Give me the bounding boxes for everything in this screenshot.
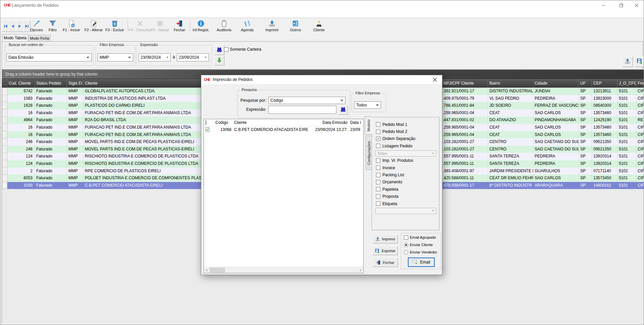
email-agrupado-checkbox[interactable] <box>404 235 408 240</box>
restore-icon[interactable] <box>613 0 629 10</box>
option-etiqueta[interactable]: Etiqueta <box>372 200 439 207</box>
cell-cfop: 5101 <box>618 131 636 139</box>
option-checkbox[interactable] <box>376 166 380 170</box>
chevron-down-icon <box>205 57 207 58</box>
cell-bairro: CEAT <box>488 131 533 139</box>
column-header-cidade[interactable]: Cidade <box>533 79 579 88</box>
buscar-ordem-select[interactable]: Data Emissão <box>6 53 92 61</box>
dialog-column-cliente[interactable]: Cliente <box>233 120 308 125</box>
row-checkbox[interactable]: ✓ <box>206 127 209 132</box>
somente-carteira-checkbox[interactable] <box>224 47 228 52</box>
row-indicator <box>2 95 7 102</box>
search-button[interactable] <box>214 45 224 55</box>
somente-carteira-option[interactable]: Somente Carteira <box>224 47 261 52</box>
column-header-bairro[interactable]: Bairro <box>488 79 533 88</box>
cell-bairro: SANTA TEREZA <box>488 153 533 160</box>
row-indicator <box>2 168 7 175</box>
toolbar-button-cliente[interactable]: Cliente <box>304 19 334 33</box>
option-or-amento[interactable]: Orçamento <box>372 179 439 186</box>
exportar-button[interactable]: Exportar <box>372 246 398 255</box>
minimize-icon[interactable] <box>596 0 611 10</box>
enviar-cliente-radio[interactable] <box>404 243 408 247</box>
column-header-j-o-cfoi[interactable]: J_O_CFOI <box>618 79 636 88</box>
row-indicator <box>2 124 7 131</box>
option-invoice[interactable]: Invoice <box>372 164 439 171</box>
option-checkbox[interactable] <box>376 144 380 148</box>
scroll-right-icon[interactable]: › <box>358 267 363 273</box>
close-icon[interactable] <box>427 75 442 84</box>
scroll-left-icon[interactable]: ‹ <box>204 267 210 273</box>
column-header-npj-cpf-cliente[interactable]: NPJ/CPF Cliente <box>442 79 488 88</box>
column-header-cep[interactable]: CEP <box>592 79 618 88</box>
dialog-column-data-emiss-o[interactable]: Data Emissão <box>308 120 349 125</box>
toolbar: OpcoesFiltroF1 - IncluirF2 - AlterarF3 -… <box>0 18 644 34</box>
cell-uf: SP <box>579 146 592 153</box>
dialog-column-data-i[interactable]: Data I <box>349 120 364 125</box>
option-pedido-mod-1[interactable]: Pedido Mod 1 <box>372 121 439 128</box>
horizontal-scrollbar[interactable]: ‹ › <box>204 267 363 273</box>
cell-status-pedido: Faturado <box>35 168 67 175</box>
option-pedido-mod-2[interactable]: Pedido Mod 2 <box>372 128 439 135</box>
imprimir-button[interactable]: Imprimir <box>372 234 398 243</box>
close-icon[interactable] <box>629 0 644 10</box>
cell-cfop: 5101 <box>618 160 636 168</box>
date-to-field[interactable]: 23/09/2024 <box>177 53 209 61</box>
enviar-cliente-option[interactable]: Enviar Cliente <box>401 241 441 248</box>
fechar-button[interactable]: Fechar <box>372 258 398 267</box>
print-mini-button[interactable] <box>622 56 633 67</box>
option-checkbox[interactable] <box>376 201 380 206</box>
option-ordem-separa-o[interactable]: ✓Ordem Separação <box>372 135 439 142</box>
email-button[interactable]: Email <box>408 258 435 267</box>
dialog-search-button[interactable] <box>338 105 348 115</box>
date-from-field[interactable]: 23/09/2024 <box>139 53 171 61</box>
tab-modo-ficha[interactable]: Modo Ficha <box>29 35 51 41</box>
pesquisar-por-select[interactable]: Codigo <box>268 97 345 104</box>
row-indicator <box>2 153 7 160</box>
option-checkbox[interactable] <box>376 187 380 191</box>
tab-modo-tabela[interactable]: Modo Tabela <box>2 34 28 41</box>
export-down-button[interactable] <box>214 56 224 65</box>
cell-bairro: SANTA TEREZA <box>488 160 533 168</box>
column-header-status-pedido[interactable]: Status Pedido <box>35 79 67 88</box>
nav-first-button[interactable] <box>2 20 9 32</box>
select-all-checkbox[interactable] <box>206 120 206 125</box>
column-header-uf[interactable]: UF <box>579 79 592 88</box>
cell-frete: RE <box>636 117 644 124</box>
dialog-list-item[interactable]: ✓13068C.B.PET COMERCIO ATACADISTA EIRELI… <box>204 126 363 133</box>
option-checkbox[interactable] <box>376 158 380 163</box>
cell-cod-cliente: 1083 <box>7 95 35 102</box>
export-mini-button[interactable] <box>634 56 644 67</box>
cell-uf: SP <box>579 182 592 189</box>
filtro-empresa-select[interactable]: MMP <box>98 53 133 61</box>
dialog-empresa-select[interactable]: Todos <box>354 101 381 109</box>
option-checkbox[interactable]: ✓ <box>376 137 380 141</box>
option-packing-list[interactable]: Packing List <box>372 171 439 178</box>
side-tab-configuracoes[interactable]: Configurações <box>366 136 372 170</box>
cell-cfop: 5101 <box>618 146 636 153</box>
nav-prev-button[interactable] <box>9 20 16 32</box>
email-agrupado-option[interactable]: Email Agrupado <box>401 234 441 241</box>
option-checkbox[interactable] <box>376 194 380 199</box>
expressao-input[interactable] <box>268 106 336 114</box>
cell-cidade: PEDREIRA <box>533 95 579 102</box>
chevron-down-icon <box>432 210 434 212</box>
option-checkbox[interactable] <box>376 173 380 177</box>
enviar-vendedor-option[interactable]: Enviar Vendedor <box>401 249 441 256</box>
enviar-vendedor-radio[interactable] <box>404 250 408 254</box>
column-header-fre[interactable]: Fre <box>636 79 644 88</box>
cell-status-pedido: Faturado <box>35 182 67 189</box>
scrollbar-thumb[interactable] <box>210 268 225 273</box>
cell-cep: 13213911 <box>592 88 618 95</box>
option-imp-vr-produtos[interactable]: Imp. Vr. Produtos <box>372 157 439 164</box>
option-checkbox[interactable] <box>376 180 380 184</box>
option-checkbox[interactable] <box>376 122 380 127</box>
option-listagem-pedido[interactable]: Listagem Pedido <box>372 142 439 149</box>
option-proposta[interactable]: Proposta <box>372 193 439 200</box>
option-papeleta[interactable]: Papeleta <box>372 186 439 193</box>
column-header-sigla-er[interactable]: Sigla Er <box>67 79 84 88</box>
grid-indicator-header[interactable] <box>2 79 7 88</box>
dialog-column-codigo[interactable]: Codigo <box>213 120 233 125</box>
side-tab-modelo[interactable]: Modelo <box>365 117 372 135</box>
option-checkbox[interactable] <box>376 130 380 134</box>
column-header-cod-cliente[interactable]: Cod. Cliente <box>7 79 35 88</box>
